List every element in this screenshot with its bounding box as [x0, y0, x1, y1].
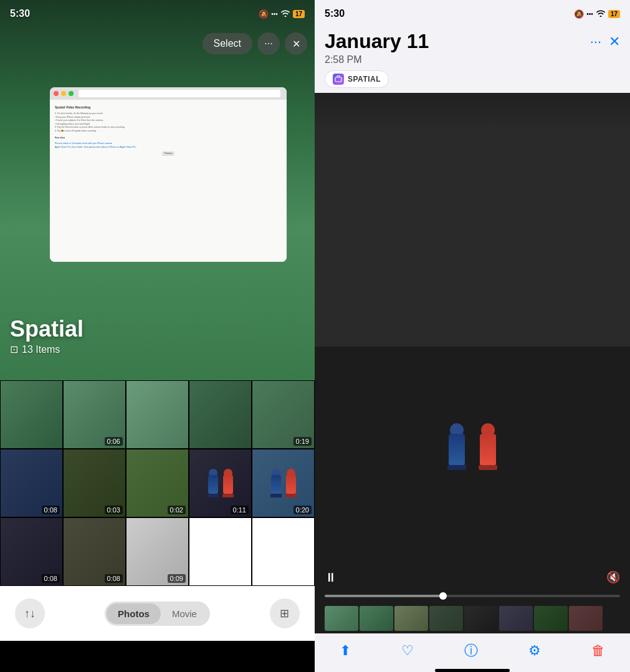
thumb-duration-12: 0:08 — [105, 574, 123, 583]
filmstrip-cell-3[interactable] — [394, 606, 428, 631]
album-subtitle: ⊡ 13 Items — [10, 343, 84, 355]
thumb-cell-6[interactable]: 0:08 — [0, 449, 63, 517]
filmstrip-cell-6[interactable] — [499, 606, 533, 631]
filmstrip-cell-1[interactable] — [325, 606, 358, 631]
thumb-duration-7: 0:03 — [105, 506, 123, 514]
filmstrip-cell-5[interactable] — [464, 606, 498, 631]
captain-america-figure — [447, 423, 466, 470]
home-indicator-right — [435, 669, 510, 672]
progress-handle[interactable] — [439, 592, 447, 600]
time-right: 5:30 — [325, 8, 345, 19]
album-icon: ⊡ — [10, 343, 18, 355]
favorite-icon: ♡ — [401, 643, 414, 659]
tab-movie[interactable]: Movie — [161, 603, 208, 624]
info-icon: ⓘ — [464, 641, 478, 660]
favorite-button[interactable]: ♡ — [401, 643, 414, 659]
thumb-cell-7[interactable]: 0:03 — [63, 449, 126, 517]
video-top-half — [315, 93, 630, 347]
select-button[interactable]: Select — [203, 33, 252, 54]
thumb-cell-10[interactable]: 0:20 — [252, 449, 315, 517]
home-indicator-left — [120, 643, 195, 646]
bottom-toolbar: ↑↓ Photos Movie ⊞ — [0, 586, 315, 641]
more-button[interactable]: ··· — [257, 32, 280, 55]
pause-button[interactable]: ⏸ — [325, 566, 347, 588]
status-icons-left: 🔕 ••• 17 — [259, 8, 305, 19]
svg-rect-0 — [335, 77, 341, 82]
thumb-cell-8[interactable]: 0:02 — [126, 449, 189, 517]
filmstrip-cell-2[interactable] — [360, 606, 393, 631]
bottom-action-bar: ⬆ ♡ ⓘ ⚙ 🗑 — [315, 633, 630, 665]
iron-base — [479, 465, 497, 470]
thumb-cell-empty1 — [189, 517, 252, 586]
share-button[interactable]: ⬆ — [340, 643, 351, 659]
iron-body — [480, 434, 496, 465]
share-icon: ⬆ — [340, 643, 351, 659]
spatial-icon — [333, 74, 344, 85]
adjust-icon: ⚙ — [528, 643, 541, 659]
sort-button[interactable]: ↑↓ — [15, 598, 45, 628]
thumb-cell-4[interactable] — [189, 380, 252, 449]
time-left: 5:30 — [10, 8, 30, 19]
cap-base — [447, 465, 466, 470]
mute-button[interactable]: 🔇 — [598, 566, 620, 588]
mute-icon-left: 🔕 — [259, 9, 269, 19]
cap-body — [449, 434, 465, 465]
status-icons-right: 🔕 ••• 17 — [574, 8, 620, 19]
thumb-cell-1[interactable] — [0, 380, 63, 449]
thumb-duration-9: 0:11 — [231, 506, 249, 514]
thumb-cell-13[interactable]: 0:09 — [126, 517, 189, 586]
thumb-cell-11[interactable]: 0:08 — [0, 517, 63, 586]
iron-man-figure — [479, 423, 497, 470]
status-bar-left: 5:30 🔕 ••• 17 — [0, 0, 315, 27]
info-button[interactable]: ⓘ — [464, 641, 478, 660]
signal-dots-left: ••• — [271, 11, 278, 17]
delete-icon: 🗑 — [591, 643, 605, 658]
mute-icon-right: 🔕 — [574, 9, 584, 19]
signal-dots-right: ••• — [586, 11, 593, 17]
grid-button[interactable]: ⊞ — [270, 598, 300, 628]
playback-controls: ⏸ 🔇 — [325, 564, 620, 591]
thumb-duration-8: 0:02 — [168, 506, 186, 514]
photo-time: 2:58 PM — [325, 54, 620, 65]
right-panel: 5:30 🔕 ••• 17 January 11 ··· ✕ 2:58 PM — [315, 0, 630, 672]
thumb-duration-5: 0:19 — [294, 437, 312, 446]
video-area[interactable]: ⏸ 🔇 — [315, 93, 630, 633]
more-options-button[interactable]: ··· — [590, 34, 601, 50]
top-controls: Select ··· ✕ — [203, 32, 307, 55]
spatial-badge: SPATIAL — [325, 70, 389, 88]
filmstrip-cell-8[interactable] — [569, 606, 603, 631]
figures-container — [447, 423, 497, 482]
battery-badge-left: 17 — [293, 10, 305, 18]
thumb-duration-6: 0:08 — [42, 506, 60, 514]
filmstrip-cell-4[interactable] — [429, 606, 463, 631]
close-button[interactable]: ✕ — [285, 32, 307, 55]
thumb-row-2: 0:08 0:03 0:02 — [0, 449, 315, 517]
laptop-simulation: Spatial Video Recording 2. For best resu… — [50, 87, 287, 262]
grid-icon: ⊞ — [280, 607, 289, 620]
thumb-cell-9[interactable]: 0:11 — [189, 449, 252, 517]
spatial-label: SPATIAL — [348, 75, 381, 84]
album-title: Spatial — [10, 316, 84, 342]
delete-button[interactable]: 🗑 — [591, 643, 605, 659]
thumbnail-grid: 0:06 0:19 0:08 0:03 0:02 — [0, 380, 315, 586]
adjust-button[interactable]: ⚙ — [528, 643, 541, 659]
wifi-icon-right — [596, 8, 606, 19]
thumb-cell-3[interactable] — [126, 380, 189, 449]
left-hero: Spatial Video Recording 2. For best resu… — [0, 0, 315, 380]
tab-photos[interactable]: Photos — [107, 603, 161, 624]
video-gradient — [315, 93, 630, 130]
thumb-duration-10: 0:20 — [294, 506, 312, 514]
date-row: January 11 ··· ✕ — [325, 30, 620, 53]
header-actions: ··· ✕ — [590, 34, 620, 50]
progress-bar[interactable] — [325, 595, 620, 597]
thumb-cell-5[interactable]: 0:19 — [252, 380, 315, 449]
filmstrip-cell-7[interactable] — [534, 606, 568, 631]
album-count: 13 Items — [22, 344, 60, 355]
sort-icon: ↑↓ — [24, 607, 36, 620]
close-detail-button[interactable]: ✕ — [609, 34, 620, 50]
filmstrip[interactable] — [315, 603, 630, 633]
video-bottom-half — [315, 347, 630, 559]
thumb-cell-2[interactable]: 0:06 — [63, 380, 126, 449]
battery-badge-right: 17 — [608, 10, 620, 18]
thumb-cell-12[interactable]: 0:08 — [63, 517, 126, 586]
